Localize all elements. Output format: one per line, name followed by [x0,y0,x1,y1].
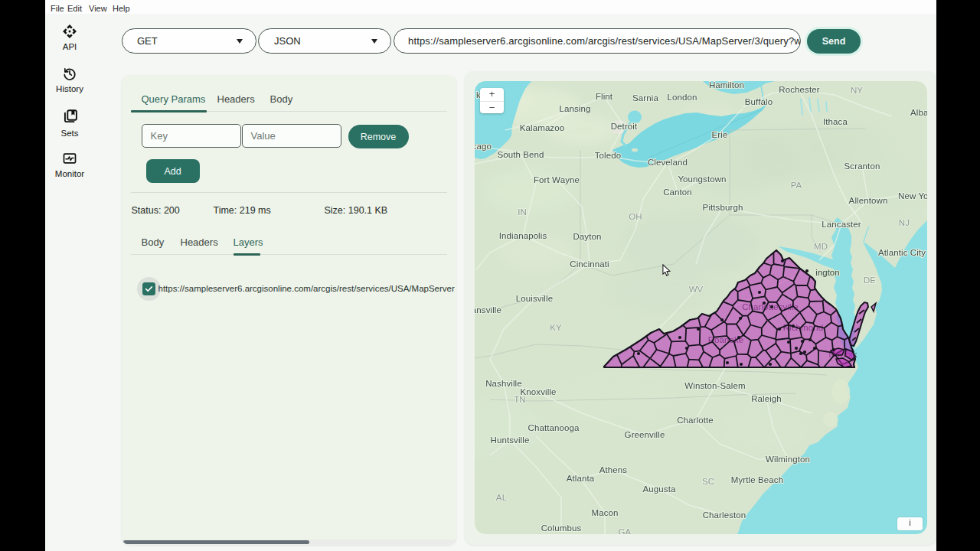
svg-text:Atlantic City: Atlantic City [878,248,926,257]
svg-text:Erie: Erie [712,130,728,139]
svg-text:Cleveland: Cleveland [648,158,688,167]
svg-text:Columbus: Columbus [541,523,582,533]
svg-text:Rochester: Rochester [779,85,819,94]
svg-text:Detroit: Detroit [611,122,638,131]
svg-text:Flint: Flint [596,92,613,101]
svg-text:IN: IN [518,207,527,217]
svg-text:Evansville: Evansville [475,305,501,315]
svg-text:Toledo: Toledo [595,151,622,160]
svg-text:Raleigh: Raleigh [751,394,782,403]
svg-text:Wilmington: Wilmington [766,455,810,464]
svg-text:MD: MD [814,242,828,251]
svg-text:Fort Wayne: Fort Wayne [534,175,580,184]
svg-text:TN: TN [514,395,526,404]
svg-text:SC: SC [702,477,714,486]
svg-text:ington: ington [815,268,839,277]
svg-text:Canton: Canton [663,187,692,197]
svg-text:Macon: Macon [591,508,618,517]
svg-text:Louisville: Louisville [516,294,553,303]
svg-text:WV: WV [689,285,704,294]
svg-text:Lancaster: Lancaster [822,220,861,229]
svg-text:Pittsburgh: Pittsburgh [703,203,743,212]
svg-text:Albany: Albany [910,108,927,117]
svg-text:GA: GA [619,527,632,534]
svg-text:London: London [668,93,697,102]
svg-text:KY: KY [550,323,562,332]
svg-text:Allentown: Allentown [849,196,888,205]
svg-text:New York: New York [898,191,927,201]
svg-text:Myrtle Beach: Myrtle Beach [731,475,783,484]
svg-text:Charleston: Charleston [703,510,746,520]
svg-text:Lansing: Lansing [560,104,591,113]
svg-text:OH: OH [629,212,642,221]
svg-text:South Bend: South Bend [497,150,544,159]
svg-text:Greenville: Greenville [625,430,665,439]
svg-text:Charlotte: Charlotte [677,416,714,425]
svg-text:Buffalo: Buffalo [745,97,773,106]
svg-text:Dayton: Dayton [573,232,601,241]
svg-text:Chattanooga: Chattanooga [528,423,580,432]
svg-text:Nashville: Nashville [485,379,522,388]
svg-text:Scranton: Scranton [844,161,880,171]
svg-text:NY: NY [851,86,863,95]
svg-text:Youngstown: Youngstown [678,174,726,184]
svg-text:Athens: Athens [599,465,628,474]
svg-text:Winston-Salem: Winston-Salem [684,381,745,390]
svg-text:Huntsville: Huntsville [491,435,530,445]
svg-text:Atlanta: Atlanta [567,474,595,483]
svg-text:Kalamazoo: Kalamazoo [520,123,564,132]
svg-text:Augusta: Augusta [643,484,676,494]
svg-text:Cincinnati: Cincinnati [570,259,609,269]
svg-text:DE: DE [864,276,876,285]
svg-text:Chicago: Chicago [475,142,492,151]
svg-text:PA: PA [791,181,802,190]
svg-text:Indianapolis: Indianapolis [499,231,547,240]
svg-text:NJ: NJ [899,218,910,227]
svg-text:Sarnia: Sarnia [632,93,658,103]
svg-text:Hamilton: Hamilton [709,81,744,90]
svg-text:Ithaca: Ithaca [823,117,848,126]
svg-text:AL: AL [496,493,508,502]
